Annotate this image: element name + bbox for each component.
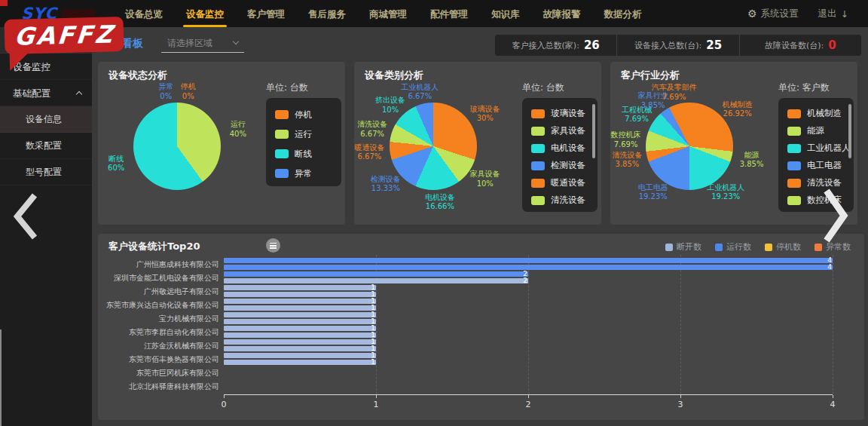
legend-scrollbar[interactable]: [592, 104, 595, 158]
pie-chart[interactable]: [133, 103, 221, 190]
legend-swatch: [275, 149, 289, 158]
pie-chart[interactable]: [390, 103, 477, 190]
watermark-corner: [0, 0, 8, 6]
nav-item-0[interactable]: 设备总览: [124, 1, 164, 27]
legend-item-4[interactable]: 暖通设备: [531, 174, 598, 192]
pie-slice-pct: 0%: [181, 91, 196, 101]
bar-row-label: 东莞市佰丰换热器有限公司: [98, 354, 219, 365]
pie-slice-name: 清洗设备: [357, 120, 387, 130]
sidebar-item-2[interactable]: 基础配置: [0, 80, 92, 106]
legend-item-2[interactable]: 断线: [275, 144, 341, 164]
pie-slice-label: 运行40%: [230, 120, 246, 139]
pie-slice-label: 清洗设备6.67%: [357, 120, 387, 139]
pie-chart[interactable]: [646, 103, 733, 190]
pie-slice-label: 清洗设备3.85%: [612, 150, 642, 169]
bar-5-1[interactable]: 1: [224, 333, 376, 338]
dashboard-app: SYC 设备总览设备监控客户管理售后服务商城管理配件管理知识库故障报警数据分析 …: [0, 0, 868, 426]
bar-1-1[interactable]: 2: [224, 278, 528, 283]
legend-item-0[interactable]: 玻璃设备: [531, 105, 598, 122]
legend-item-0[interactable]: 停机: [275, 105, 341, 124]
bar-3-1[interactable]: 1: [224, 305, 376, 311]
bar-6-0[interactable]: 1: [224, 339, 376, 345]
x-axis-tick: [376, 395, 377, 398]
stat-group-2: 故障设备数(台):0: [739, 35, 861, 56]
bar-4-0[interactable]: 1: [224, 312, 376, 317]
pie-slice-label: 汽车及零部件7.69%: [652, 83, 697, 102]
bar-5-0[interactable]: 1: [224, 326, 376, 331]
gridline-3: [680, 255, 681, 394]
bar-row-label: 广州敬远电子有限公司: [98, 287, 219, 297]
bar-1-0[interactable]: 2: [224, 271, 528, 277]
legend-item-3[interactable]: 电工电器: [787, 157, 854, 174]
bar-6-1[interactable]: 1: [224, 346, 376, 351]
bar-7-1[interactable]: 1: [224, 360, 376, 365]
legend-item-0[interactable]: 机械制造: [787, 105, 854, 122]
legend-item-1[interactable]: 能源: [787, 122, 854, 139]
bar-0-0[interactable]: 4: [224, 258, 833, 263]
bar-4-1[interactable]: 1: [224, 319, 376, 324]
x-axis-tick: [833, 395, 833, 398]
sidebar-item-5[interactable]: 型号配置: [0, 159, 92, 185]
pie-slice-label: 家具设备10%: [470, 170, 500, 188]
legend-label: 电工电器: [807, 160, 842, 171]
unit-label: 单位: 客户数: [778, 81, 830, 94]
pie-slice-label: 工业机器人6.67%: [401, 82, 439, 101]
legend-label: 检测设备: [551, 160, 585, 171]
pie-slice-pct: 26.92%: [723, 109, 753, 119]
pie-slice-name: 检测设备: [371, 174, 401, 184]
legend-label: 玻璃设备: [551, 108, 585, 119]
stat-value: 25: [706, 38, 722, 52]
legend-label: 清洗设备: [807, 177, 842, 188]
nav-item-4[interactable]: 商城管理: [368, 1, 408, 27]
bar-3-0[interactable]: 1: [224, 299, 376, 304]
legend-item-2[interactable]: 工业机器人: [787, 139, 854, 157]
legend-item-2[interactable]: 电机设备: [531, 139, 598, 157]
legend-item-5[interactable]: 清洗设备: [531, 192, 598, 209]
nav-item-1[interactable]: 设备监控: [185, 1, 225, 27]
legend-item-1[interactable]: 家具设备: [531, 122, 598, 139]
pie-slice-label: 暖通设备6.67%: [354, 143, 384, 161]
legend-item-1[interactable]: 运行: [275, 124, 341, 144]
nav-item-2[interactable]: 客户管理: [246, 1, 286, 27]
pie-slice-name: 汽车及零部件: [652, 83, 697, 93]
pie-slice-label: 电机设备16.66%: [425, 192, 455, 211]
logout-button[interactable]: 退出 ↓: [818, 8, 848, 20]
stat-group-0: 客户接入总数(家):26: [495, 35, 616, 56]
sidebar-item-3[interactable]: 设备信息: [0, 106, 92, 133]
pie-slice-label: 能源3.85%: [740, 150, 764, 169]
legend-item-3[interactable]: 异常: [275, 164, 341, 183]
bar-2-1[interactable]: 1: [224, 292, 376, 297]
legend-label: 清洗设备: [551, 195, 585, 206]
pie-slice-label: 异常0%: [158, 82, 173, 101]
legend-label: 异常: [295, 168, 312, 179]
legend-item-3[interactable]: 检测设备: [531, 157, 598, 174]
carousel-prev-arrow[interactable]: [14, 193, 38, 240]
sidebar-item-4[interactable]: 数采配置: [0, 133, 92, 159]
region-select-dropdown[interactable]: 请选择区域: [161, 33, 244, 53]
bar-row-label: 江苏金沃机械有限公司: [98, 341, 219, 351]
pie-slice-label: 玻璃设备30%: [470, 104, 500, 123]
x-axis-label: 2: [519, 400, 537, 409]
nav-item-5[interactable]: 配件管理: [429, 1, 469, 27]
legend-scrollbar[interactable]: [848, 104, 851, 158]
pie-slice-pct: 0%: [158, 91, 173, 101]
bar-0-1[interactable]: 4: [224, 265, 833, 270]
pie-slice-name: 机械制造: [723, 100, 753, 109]
bar-2-0[interactable]: 1: [224, 285, 376, 290]
bar-7-0[interactable]: 1: [224, 353, 376, 358]
nav-item-7[interactable]: 故障报警: [542, 1, 582, 27]
legend-swatch: [531, 196, 545, 205]
system-settings-button[interactable]: ⚙ 系统设置: [747, 8, 799, 20]
nav-item-6[interactable]: 知识库: [490, 1, 521, 27]
nav-menu: 设备总览设备监控客户管理售后服务商城管理配件管理知识库故障报警数据分析: [124, 1, 643, 27]
x-axis-tick: [680, 395, 681, 398]
unit-label: 单位: 台数: [522, 81, 564, 94]
carousel-next-arrow[interactable]: [823, 188, 848, 243]
nav-item-8[interactable]: 数据分析: [603, 1, 643, 27]
pie-slice-name: 异常: [158, 82, 173, 92]
sidebar-scrollbar[interactable]: [0, 329, 2, 426]
legend-swatch: [531, 127, 545, 136]
legend-label: 暖通设备: [551, 177, 585, 188]
nav-item-3[interactable]: 售后服务: [307, 1, 347, 27]
pie-slice-label: 机械制造26.92%: [723, 100, 753, 118]
